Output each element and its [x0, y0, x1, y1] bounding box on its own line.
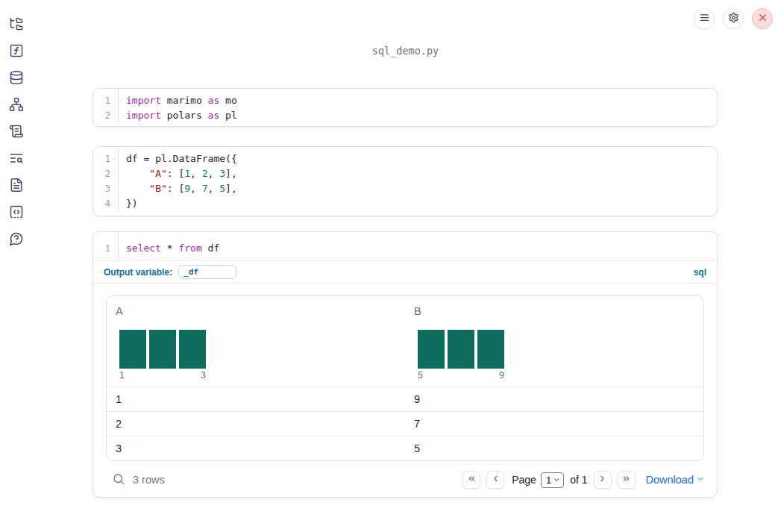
code-editor[interactable]: df = pl.DataFrame({ "A": [1, 2, 3], "B":…	[119, 147, 717, 211]
histogram-max-label: 9	[499, 370, 504, 381]
settings-button[interactable]	[723, 8, 744, 29]
dataframe-table: A 1 3 B	[106, 295, 704, 461]
table-cell: 2	[107, 418, 405, 430]
column-histogram: 1 3	[119, 330, 206, 381]
table-cell: 1	[107, 393, 405, 405]
code-editor[interactable]: import marimo as mo import polars as pl	[119, 89, 717, 123]
line-number-gutter: 1	[93, 232, 119, 260]
chevron-left-icon	[491, 474, 501, 486]
sidebar-item-scratchpad[interactable]	[7, 125, 25, 140]
code-square-icon	[9, 204, 24, 222]
sidebar-item-logs[interactable]	[7, 151, 25, 166]
table-header: A 1 3 B	[107, 296, 703, 387]
code-line: import marimo as mo	[126, 93, 717, 108]
output-variable-row: Output variable: sql	[93, 261, 717, 283]
list-search-icon	[9, 151, 24, 168]
fold-chevron-icon[interactable]	[111, 156, 117, 162]
download-label: Download	[646, 474, 694, 486]
sidebar-item-documentation[interactable]	[7, 178, 25, 193]
histogram-bar	[448, 330, 474, 369]
table-cell: 3	[107, 442, 405, 454]
table-cell: 5	[405, 442, 703, 454]
search-button[interactable]	[112, 472, 125, 488]
sidebar-item-snippets[interactable]	[7, 205, 25, 220]
hamburger-icon	[699, 12, 710, 25]
chevron-down-icon	[553, 475, 560, 486]
gear-icon	[728, 12, 739, 25]
row-count: 3 rows	[133, 474, 165, 486]
close-icon	[757, 12, 768, 25]
menu-button[interactable]	[694, 8, 715, 29]
scroll-icon	[9, 124, 24, 141]
sql-editor[interactable]: select * from df	[119, 232, 717, 260]
table-footer: 3 rows Page 1 of 1 Download	[93, 461, 717, 498]
histogram-bar	[477, 330, 504, 369]
table-row: 2 7	[107, 411, 703, 436]
page-label: Page	[512, 474, 536, 486]
column-name: B	[414, 305, 694, 318]
sidebar-item-files[interactable]	[7, 17, 25, 32]
page-select[interactable]: 1	[541, 472, 564, 488]
next-page-button[interactable]	[594, 471, 612, 489]
help-bubble-icon	[9, 231, 24, 248]
column-histogram: 5 9	[418, 330, 504, 381]
search-icon	[112, 472, 125, 488]
previous-page-button[interactable]	[486, 471, 504, 489]
code-line: select * from df	[126, 241, 717, 256]
table-row: 3 5	[107, 436, 703, 460]
line-number-gutter: 1 2	[93, 89, 119, 123]
sidebar-item-datasources[interactable]	[7, 71, 25, 86]
histogram-bar	[179, 330, 206, 369]
function-icon	[9, 43, 24, 60]
column-header-b: B 5 9	[405, 296, 703, 387]
line-number-gutter: 1 2 3 4	[93, 147, 119, 211]
sql-cell: 1 select * from df Output variable: sql …	[92, 231, 718, 498]
column-header-a: A 1 3	[107, 296, 405, 387]
chevron-down-icon	[696, 474, 705, 486]
histogram-bar	[119, 330, 146, 369]
code-cell-dataframe[interactable]: 1 2 3 4 df = pl.DataFrame({ "A": [1, 2, …	[92, 146, 718, 216]
divider	[93, 283, 717, 284]
notebook-title: sql_demo.py	[33, 45, 778, 57]
sidebar-item-variables[interactable]	[7, 44, 25, 59]
histogram-bar	[418, 330, 445, 369]
first-page-button[interactable]	[462, 471, 480, 489]
file-text-icon	[9, 178, 24, 195]
chevron-right-icon	[597, 474, 607, 486]
code-line: df = pl.DataFrame({	[126, 151, 717, 166]
file-tree-icon	[9, 16, 24, 34]
histogram-min-label: 5	[418, 370, 423, 381]
column-name: A	[116, 305, 396, 318]
histogram-max-label: 3	[201, 370, 206, 381]
sidebar-item-help[interactable]	[7, 232, 25, 247]
cell-output: A 1 3 B	[93, 295, 717, 510]
page-select-value: 1	[546, 475, 551, 486]
language-badge: sql	[694, 267, 706, 278]
database-icon	[9, 70, 24, 87]
table-cell: 7	[405, 418, 703, 430]
chevrons-left-icon	[467, 474, 477, 486]
histogram-bar	[149, 330, 176, 369]
histogram-min-label: 1	[119, 370, 125, 381]
table-row: 1 9	[107, 387, 703, 411]
panel-sidebar	[0, 0, 33, 532]
download-button[interactable]: Download	[646, 474, 706, 486]
last-page-button[interactable]	[618, 471, 636, 489]
output-variable-input[interactable]	[178, 265, 236, 279]
code-line: "B": [9, 7, 5],	[126, 181, 717, 196]
code-line: import polars as pl	[126, 108, 717, 123]
shutdown-button[interactable]	[752, 8, 773, 29]
sidebar-item-dependencies[interactable]	[7, 98, 25, 113]
code-cell-imports[interactable]: 1 2 import marimo as mo import polars as…	[92, 88, 718, 127]
output-variable-label: Output variable:	[104, 267, 172, 278]
code-line: })	[126, 196, 717, 211]
table-cell: 9	[405, 393, 703, 405]
network-icon	[9, 97, 24, 114]
top-controls	[694, 8, 773, 29]
code-line: "A": [1, 2, 3],	[126, 166, 717, 181]
chevrons-right-icon	[621, 474, 631, 486]
page-total-label: of 1	[570, 474, 587, 486]
